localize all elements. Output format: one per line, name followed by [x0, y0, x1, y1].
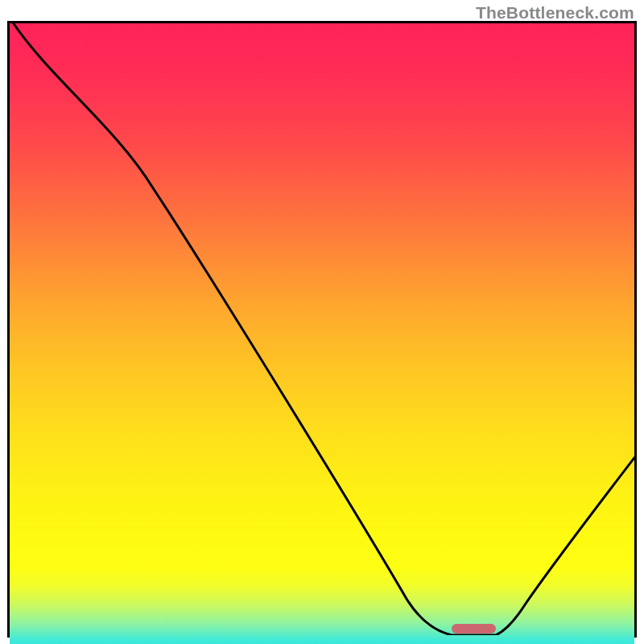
chart-frame [7, 21, 637, 638]
watermark-text: TheBottleneck.com [476, 3, 634, 23]
bottleneck-curve [10, 23, 634, 635]
